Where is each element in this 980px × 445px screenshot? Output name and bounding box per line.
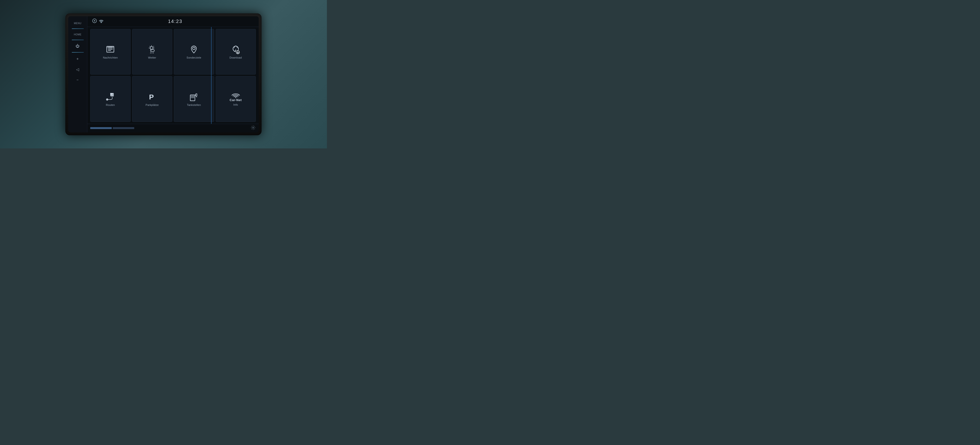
column-divider bbox=[211, 27, 212, 124]
screen: MENU HOME ⏻ ＋ ◁ － bbox=[68, 16, 259, 132]
navigation-icon bbox=[92, 18, 97, 24]
bottom-bar bbox=[88, 124, 259, 132]
sonderziele-label: Sonderziele bbox=[187, 56, 201, 59]
status-left bbox=[92, 18, 103, 24]
scroll-tab-1[interactable] bbox=[90, 127, 112, 129]
plus-icon: ＋ bbox=[76, 56, 80, 62]
app-tile-wetter[interactable]: Wetter bbox=[132, 29, 173, 75]
svg-rect-34 bbox=[196, 94, 197, 96]
routen-label: Routen bbox=[106, 103, 115, 106]
car-net-icon-group: Car-Net bbox=[230, 92, 242, 102]
svg-point-29 bbox=[107, 99, 108, 100]
nachrichten-label: Nachrichten bbox=[103, 56, 118, 59]
svg-line-15 bbox=[153, 46, 154, 47]
svg-point-1 bbox=[94, 20, 95, 21]
app-tile-routen[interactable]: Routen bbox=[90, 76, 130, 122]
sonderziele-icon bbox=[189, 44, 199, 55]
sidebar-item-volume[interactable]: ◁ bbox=[68, 64, 87, 74]
main-content: 14:23 bbox=[88, 16, 259, 132]
nachrichten-icon bbox=[105, 44, 116, 55]
svg-line-17 bbox=[152, 52, 152, 53]
sidebar-item-home[interactable]: HOME bbox=[68, 30, 87, 39]
svg-text:P: P bbox=[149, 93, 154, 101]
car-net-wifi-icon bbox=[231, 92, 240, 98]
svg-rect-32 bbox=[191, 96, 194, 98]
sidebar-divider-3 bbox=[72, 52, 84, 52]
routen-icon bbox=[105, 92, 116, 102]
app-tile-download[interactable]: Download bbox=[216, 29, 256, 75]
wetter-icon bbox=[147, 44, 158, 55]
volume-icon: ◁ bbox=[76, 67, 79, 72]
app-row-2: Routen P Parkplätze bbox=[90, 76, 256, 122]
sidebar-item-power[interactable]: ⏻ bbox=[68, 41, 87, 51]
svg-line-18 bbox=[153, 52, 154, 53]
app-grid: Nachrichten bbox=[88, 27, 259, 124]
wifi-status-icon bbox=[99, 19, 103, 24]
tankstellen-icon bbox=[189, 92, 199, 102]
parkplaetze-icon: P bbox=[147, 92, 158, 102]
home-label: HOME bbox=[74, 33, 82, 36]
clock: 14:23 bbox=[168, 19, 182, 24]
svg-point-19 bbox=[192, 48, 195, 50]
sidebar-item-minus[interactable]: － bbox=[68, 74, 87, 86]
app-tile-tankstellen[interactable]: Tankstellen bbox=[174, 76, 214, 122]
parkplaetze-label: Parkplätze bbox=[145, 103, 159, 106]
scroll-tab-2[interactable] bbox=[113, 127, 134, 129]
settings-icon[interactable] bbox=[251, 125, 256, 131]
power-icon: ⏻ bbox=[76, 44, 80, 48]
dashboard-surround: MENU HOME ⏻ ＋ ◁ － bbox=[65, 13, 262, 135]
download-label: Download bbox=[229, 56, 242, 59]
menu-label: MENU bbox=[74, 22, 81, 25]
app-tile-info[interactable]: Car-Net Info bbox=[216, 76, 256, 122]
car-net-label: Car-Net bbox=[230, 98, 242, 102]
wetter-label: Wetter bbox=[148, 56, 156, 59]
minus-icon: － bbox=[76, 78, 80, 82]
svg-line-16 bbox=[150, 52, 151, 53]
app-row-1: Nachrichten bbox=[90, 29, 256, 75]
sidebar-item-menu[interactable]: MENU bbox=[68, 19, 87, 27]
app-tile-sonderziele[interactable]: Sonderziele bbox=[174, 29, 214, 75]
sidebar-divider-2 bbox=[72, 40, 84, 40]
info-label: Info bbox=[233, 103, 238, 106]
svg-point-36 bbox=[253, 127, 254, 128]
scroll-indicators bbox=[90, 127, 134, 129]
app-tile-nachrichten[interactable]: Nachrichten bbox=[90, 29, 130, 75]
sidebar-divider-1 bbox=[72, 29, 84, 29]
tankstellen-label: Tankstellen bbox=[187, 103, 201, 106]
download-icon bbox=[231, 44, 241, 55]
status-bar: 14:23 bbox=[88, 16, 259, 27]
sidebar: MENU HOME ⏻ ＋ ◁ － bbox=[68, 16, 88, 132]
car-interior: MENU HOME ⏻ ＋ ◁ － bbox=[0, 0, 327, 149]
sidebar-item-plus[interactable]: ＋ bbox=[68, 54, 87, 64]
svg-point-0 bbox=[92, 19, 97, 23]
svg-line-14 bbox=[150, 46, 150, 47]
app-tile-parkplaetze[interactable]: P Parkplätze bbox=[132, 76, 173, 122]
svg-point-2 bbox=[101, 22, 102, 23]
svg-point-35 bbox=[235, 97, 236, 98]
